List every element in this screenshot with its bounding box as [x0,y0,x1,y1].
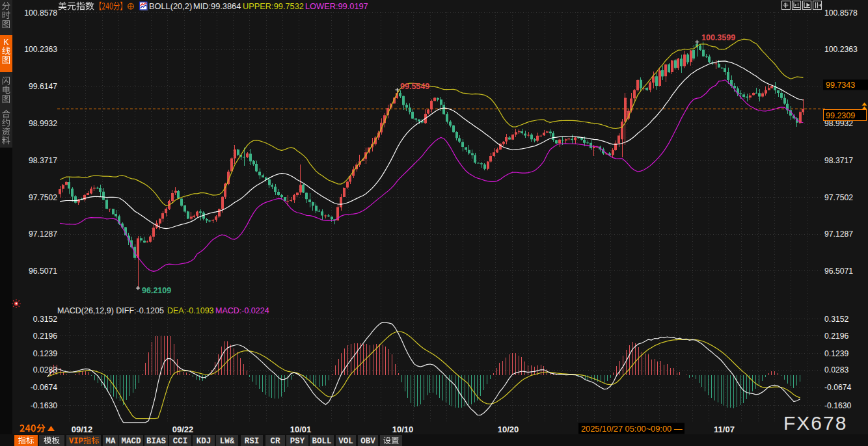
svg-text:100.8578: 100.8578 [24,8,57,18]
svg-text:97.7502: 97.7502 [29,193,57,202]
svg-text:PSY: PSY [290,437,305,446]
svg-text:0.1239: 0.1239 [824,349,848,358]
svg-text:100.3599: 100.3599 [701,33,735,42]
svg-text:98.3717: 98.3717 [29,156,57,165]
svg-text:97.1287: 97.1287 [29,230,57,239]
svg-text:0.2196: 0.2196 [33,332,57,341]
svg-text:100.2363: 100.2363 [824,45,858,54]
svg-text:0.0283: 0.0283 [824,365,848,374]
svg-text:KDJ: KDJ [197,437,211,446]
svg-text:100.2363: 100.2363 [24,45,57,54]
svg-text:96.2109: 96.2109 [142,286,171,295]
svg-text:0.1239: 0.1239 [33,349,57,358]
svg-text:BOLL(20,2): BOLL(20,2) [149,1,192,11]
svg-text:10/10: 10/10 [392,425,414,434]
svg-text:99.7343: 99.7343 [826,81,855,90]
svg-text:10/01: 10/01 [290,425,312,434]
svg-text:BOLL: BOLL [312,437,331,446]
svg-text:2025/10/27 05:00~09:00 —: 2025/10/27 05:00~09:00 — [581,424,683,434]
svg-text:-0.0674: -0.0674 [31,383,58,392]
svg-text:MID:99.3864: MID:99.3864 [193,1,241,11]
svg-text:99.2309: 99.2309 [826,111,855,120]
svg-text:LOWER:99.0197: LOWER:99.0197 [305,1,368,11]
svg-text:10/20: 10/20 [498,425,519,434]
svg-text:LW&: LW& [220,437,235,446]
svg-text:97.7502: 97.7502 [824,193,853,202]
svg-text:VIP: VIP [69,437,83,446]
svg-text:-0.0674: -0.0674 [824,383,852,392]
svg-text:BIAS: BIAS [146,437,167,446]
svg-text:98.9932: 98.9932 [29,119,57,128]
svg-text:0.0283: 0.0283 [33,365,57,374]
svg-text:MA: MA [105,437,116,446]
svg-text:99.6147: 99.6147 [29,82,57,91]
svg-text:K: K [3,38,8,47]
svg-text:96.5071: 96.5071 [29,267,57,276]
svg-text:100.8578: 100.8578 [824,8,858,18]
svg-text:96.5071: 96.5071 [824,267,853,276]
svg-text:RSI: RSI [245,437,260,446]
svg-text:-0.1630: -0.1630 [31,401,58,410]
svg-text:97.1287: 97.1287 [824,230,853,239]
svg-text:FX678: FX678 [783,412,847,434]
svg-text:VOL: VOL [338,437,353,446]
svg-text:09/12: 09/12 [72,425,93,434]
svg-text:98.3717: 98.3717 [824,156,853,165]
svg-text:MACD: MACD [121,437,141,446]
svg-text:0.3152: 0.3152 [33,315,57,324]
svg-text:CCI: CCI [173,437,188,446]
svg-text:CR: CR [270,437,280,446]
svg-text:-0.1630: -0.1630 [824,401,852,410]
svg-text:MACD(26,12,9) DIFF:-0.1205: MACD(26,12,9) DIFF:-0.1205 [57,306,164,315]
svg-text:0.3152: 0.3152 [824,315,848,324]
svg-text:UPPER:99.7532: UPPER:99.7532 [243,1,304,11]
svg-text:DEA:-0.1093: DEA:-0.1093 [167,306,214,315]
svg-text:99.5549: 99.5549 [400,82,429,91]
svg-text:09/22: 09/22 [172,425,194,434]
svg-text:OBV: OBV [360,437,375,446]
svg-text:MACD:-0.0224: MACD:-0.0224 [215,306,269,315]
svg-text:11/07: 11/07 [714,425,735,434]
svg-text:0.2196: 0.2196 [824,332,848,341]
